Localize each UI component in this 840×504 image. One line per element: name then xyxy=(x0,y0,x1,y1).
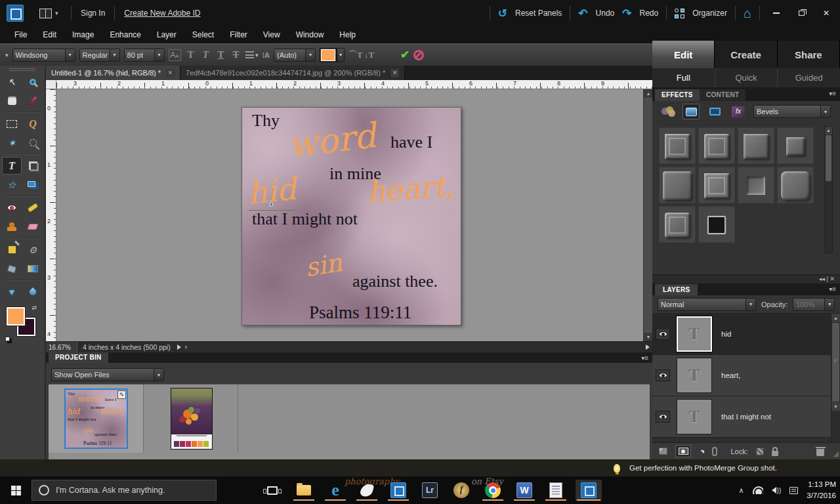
wifi-icon[interactable] xyxy=(753,486,763,494)
text-orientation-button[interactable]: ↓T xyxy=(364,50,375,60)
menu-image[interactable]: Image xyxy=(64,30,102,39)
document-tab-1[interactable]: Untitled-1 @ 16.7% (hid, RGB/8) * ✕ xyxy=(46,66,180,80)
layer-name[interactable]: hid xyxy=(721,330,731,338)
faux-italic-button[interactable]: T xyxy=(200,49,211,60)
panel-menu-icon[interactable]: ▾≡ xyxy=(829,285,836,293)
tray-chevron-icon[interactable]: ∧ xyxy=(739,486,744,495)
warp-text-button[interactable]: ⌒T xyxy=(348,49,360,61)
eraser-tool[interactable] xyxy=(23,218,43,236)
bevel-thumbnail[interactable] xyxy=(777,127,814,164)
status-arrow-icon[interactable] xyxy=(185,345,188,349)
bevel-thumbnail[interactable] xyxy=(698,206,735,243)
scroll-thumb[interactable] xyxy=(826,135,831,181)
panel-collapse-bar[interactable]: ◂◂ | ✕ xyxy=(652,274,840,284)
effects-scrollbar[interactable]: ▲ xyxy=(824,126,833,253)
palette-grip[interactable] xyxy=(9,68,35,71)
create-adobe-id-link[interactable]: Create New Adobe ID xyxy=(124,9,200,18)
works-button[interactable] xyxy=(543,480,569,501)
resize-grip-icon[interactable]: ◢ xyxy=(833,450,839,458)
cancel-button[interactable] xyxy=(413,50,424,60)
layer-row-heart[interactable]: T heart, xyxy=(652,355,831,396)
lock-all-icon[interactable] xyxy=(772,451,778,456)
menu-window[interactable]: Window xyxy=(288,30,332,39)
link-layers-icon[interactable] xyxy=(712,447,717,456)
brush-tool[interactable] xyxy=(2,241,22,259)
mode-quick[interactable]: Quick xyxy=(715,68,778,87)
close-button[interactable]: ✕ xyxy=(818,8,835,18)
speaker-icon[interactable]: )) xyxy=(772,487,782,494)
anti-alias-button[interactable]: AA xyxy=(169,49,181,61)
magic-wand-tool[interactable]: ✶ xyxy=(2,134,22,152)
bevel-thumbnail[interactable] xyxy=(698,127,735,164)
status-arrow-icon[interactable] xyxy=(646,345,650,350)
zoom-tool[interactable] xyxy=(23,73,43,91)
file-explorer-button[interactable] xyxy=(291,480,317,501)
paint-bucket-tool[interactable] xyxy=(2,260,22,278)
layer-thumbnail[interactable]: T xyxy=(677,399,712,434)
bevel-thumbnail[interactable] xyxy=(659,167,696,203)
bevel-thumbnail[interactable] xyxy=(698,167,735,203)
arrange-windows-button[interactable]: ▾ xyxy=(39,7,63,19)
photoshop-elements-button[interactable] xyxy=(576,480,602,501)
text-edit-handle[interactable] xyxy=(270,203,273,206)
organizer-button[interactable]: Organizer xyxy=(692,9,727,18)
quick-selection-tool[interactable] xyxy=(23,134,43,152)
menu-layer[interactable]: Layer xyxy=(149,30,184,39)
menu-view[interactable]: View xyxy=(255,30,288,39)
crop-tool[interactable] xyxy=(23,157,43,175)
default-colors-icon[interactable] xyxy=(5,337,10,341)
cookie-cutter-tool[interactable]: ☆ xyxy=(2,176,22,194)
blur-tool[interactable] xyxy=(23,283,43,301)
layers-scrollbar[interactable]: ▲ ▼ xyxy=(831,314,840,442)
status-arrow-icon[interactable] xyxy=(177,345,181,350)
undo-button[interactable]: Undo xyxy=(596,9,615,18)
scroll-thumb[interactable] xyxy=(832,323,839,402)
red-eye-tool[interactable] xyxy=(2,199,22,217)
menu-filter[interactable]: Filter xyxy=(222,30,255,39)
tab-create[interactable]: Create xyxy=(715,41,777,68)
mode-guided[interactable]: Guided xyxy=(778,68,840,87)
canvas-image[interactable]: Thy word have I in mine hid heart, that … xyxy=(242,107,461,326)
all-effects-button[interactable]: fx xyxy=(730,104,747,119)
tab-share[interactable]: Share xyxy=(778,41,840,68)
menu-help[interactable]: Help xyxy=(331,30,364,39)
open-file-thumbnail-verse[interactable]: Thy word have I in mine hid heart, that … xyxy=(64,388,128,449)
commit-button[interactable]: ✔ xyxy=(400,48,410,62)
font-app-button[interactable]: f xyxy=(448,480,474,501)
bevel-thumbnail[interactable] xyxy=(777,167,814,203)
open-file-thumbnail-photo[interactable] xyxy=(171,388,213,450)
scroll-up-icon[interactable]: ▲ xyxy=(644,89,653,98)
project-bin-title[interactable]: PROJECT BIN xyxy=(49,352,108,363)
edge-button[interactable]: e xyxy=(322,480,348,501)
redo-button[interactable]: Redo xyxy=(640,9,659,18)
text-align-dropdown[interactable]: ▾ xyxy=(245,51,259,58)
vertical-scrollbar[interactable]: ▲ ▼ xyxy=(643,89,652,341)
strikethrough-button[interactable]: T xyxy=(230,49,242,60)
clock[interactable]: 1:13 PM 3/7/2016 xyxy=(807,479,836,501)
chrome-button[interactable] xyxy=(480,480,506,501)
canvas-viewport[interactable]: Thy word have I in mine hid heart, that … xyxy=(56,89,643,341)
scroll-down-icon[interactable]: ▼ xyxy=(831,402,840,411)
layer-row-hid[interactable]: T hid xyxy=(652,314,831,355)
cortana-search-box[interactable]: I'm Cortana. Ask me anything. xyxy=(32,480,217,501)
font-family-dropdown[interactable]: Windsong▾ xyxy=(12,49,75,62)
underline-button[interactable]: T xyxy=(215,49,226,60)
close-icon[interactable]: ✕ xyxy=(390,69,399,77)
layer-mask-button[interactable] xyxy=(675,445,691,457)
visibility-toggle[interactable] xyxy=(656,411,670,423)
action-center-icon[interactable] xyxy=(789,487,798,494)
leading-dropdown[interactable]: (Auto)▾ xyxy=(274,49,316,62)
gradient-tool[interactable] xyxy=(23,260,43,278)
swap-colors-icon[interactable]: ⇄ xyxy=(32,304,37,311)
document-tab-2[interactable]: 7edf4cb478e91cec092e018c34474714.jpg @ 2… xyxy=(180,66,405,80)
layer-thumbnail[interactable]: T xyxy=(677,316,712,352)
home-icon[interactable]: ⌂ xyxy=(744,6,751,21)
layer-name[interactable]: heart, xyxy=(721,371,740,379)
options-collapse-icon[interactable]: ▾ xyxy=(5,52,9,58)
start-button[interactable] xyxy=(0,476,32,504)
tab-content[interactable]: CONTENT xyxy=(700,89,746,101)
layer-thumbnail[interactable]: T xyxy=(677,358,712,393)
restore-button[interactable] xyxy=(793,8,810,18)
visibility-toggle[interactable] xyxy=(656,369,670,381)
filters-icon[interactable] xyxy=(662,106,676,117)
